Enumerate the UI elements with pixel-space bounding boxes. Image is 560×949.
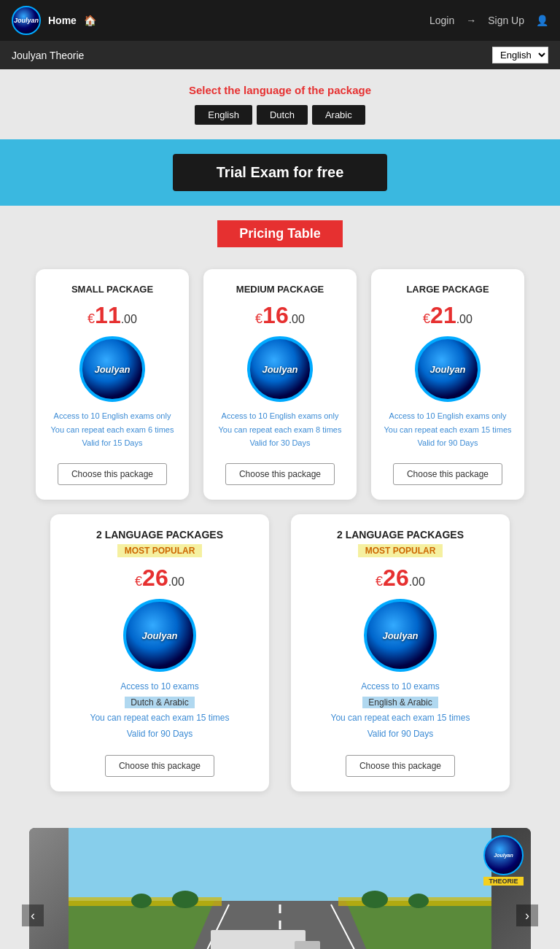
most-popular-1: MOST POPULAR <box>117 544 203 557</box>
small-package-features: Access to 10 English exams only You can … <box>47 409 177 450</box>
medium-price-euro: € <box>255 311 262 326</box>
road-scene-svg <box>29 828 531 949</box>
large-package-card: LARGE PACKAGE €21.00 Joulyan Access to 1… <box>371 269 524 500</box>
medium-package-button[interactable]: Choose this package <box>225 463 335 485</box>
packages-row: SMALL PACKAGE €11.00 Joulyan Access to 1… <box>0 255 560 514</box>
large-package-button[interactable]: Choose this package <box>393 463 502 485</box>
carousel-prev-button[interactable]: ‹ <box>22 905 44 926</box>
svg-point-20 <box>408 894 429 908</box>
top-navbar: Joulyan Home 🏠 Login → Sign Up 👤 <box>0 0 560 41</box>
svg-rect-9 <box>295 941 320 949</box>
lang-packages-row: 2 LANGUAGE PACKAGES MOST POPULAR €26.00 … <box>0 514 560 813</box>
nav-left: Joulyan Home 🏠 <box>12 6 96 35</box>
most-popular-2: MOST POPULAR <box>358 544 443 557</box>
trial-banner: Trial Exam for free <box>0 139 560 206</box>
lang-package-1-price: €26.00 <box>65 565 254 592</box>
svg-rect-0 <box>69 828 491 901</box>
lang-package-2-logo: Joulyan <box>364 599 437 672</box>
lang-highlight-2: English & Arabic <box>362 697 438 708</box>
pricing-header: Pricing Table <box>0 220 560 247</box>
large-package-price: €21.00 <box>383 302 513 329</box>
svg-point-17 <box>172 891 198 908</box>
medium-package-title: MEDIUM PACKAGE <box>215 284 345 295</box>
carousel-overlay: Joulyan THEORIE <box>483 835 524 886</box>
small-price-euro: € <box>88 311 95 326</box>
lang-package-1-button[interactable]: Choose this package <box>105 755 214 777</box>
medium-price-amount: 16 <box>262 302 289 328</box>
small-price-amount: 11 <box>95 302 121 328</box>
language-section: Select the language of the package Engli… <box>0 69 560 132</box>
small-package-card: SMALL PACKAGE €11.00 Joulyan Access to 1… <box>36 269 189 500</box>
signup-icon: 👤 <box>536 15 548 26</box>
carousel-next-button[interactable]: › <box>516 905 538 926</box>
language-buttons: English Dutch Arabic <box>0 105 560 125</box>
large-package-logo: Joulyan <box>415 336 481 402</box>
dutch-button[interactable]: Dutch <box>257 105 308 125</box>
large-price-amount: 21 <box>430 302 456 328</box>
language-dropdown[interactable]: English Dutch Arabic <box>492 47 548 63</box>
lang-package-2-price: €26.00 <box>306 565 495 592</box>
medium-package-price: €16.00 <box>215 302 345 329</box>
english-button[interactable]: English <box>195 105 252 125</box>
carousel-wrapper: ‹ <box>29 828 531 949</box>
arabic-button[interactable]: Arabic <box>312 105 365 125</box>
lang-highlight-1: Dutch & Arabic <box>125 697 194 708</box>
small-package-button[interactable]: Choose this package <box>58 463 167 485</box>
lang-package-1-logo: Joulyan <box>123 599 196 672</box>
login-icon: → <box>466 15 476 26</box>
carousel-section: ‹ <box>0 813 560 949</box>
medium-package-card: MEDIUM PACKAGE €16.00 Joulyan Access to … <box>203 269 357 500</box>
large-price-cents: .00 <box>456 313 472 325</box>
lang-package-2-title: 2 LANGUAGE PACKAGES <box>306 529 495 541</box>
small-price-cents: .00 <box>121 313 137 325</box>
small-package-price: €11.00 <box>47 302 177 329</box>
medium-package-features: Access to 10 English exams only You can … <box>215 409 345 450</box>
pricing-badge: Pricing Table <box>217 220 343 247</box>
home-link[interactable]: Home <box>48 15 77 26</box>
small-package-title: SMALL PACKAGE <box>47 284 177 295</box>
medium-package-logo: Joulyan <box>247 336 313 402</box>
home-icon: 🏠 <box>84 15 96 26</box>
carousel-logo: Joulyan <box>483 835 524 875</box>
signup-link[interactable]: Sign Up <box>488 15 524 26</box>
large-price-euro: € <box>423 311 430 326</box>
lang-package-2-card: 2 LANGUAGE PACKAGES MOST POPULAR €26.00 … <box>291 514 510 791</box>
large-package-title: LARGE PACKAGE <box>383 284 513 295</box>
lang-package-1-title: 2 LANGUAGE PACKAGES <box>65 529 254 541</box>
lang-package-2-button[interactable]: Choose this package <box>346 755 455 777</box>
small-package-logo: Joulyan <box>79 336 145 402</box>
lang-package-1-card: 2 LANGUAGE PACKAGES MOST POPULAR €26.00 … <box>50 514 269 791</box>
carousel-image: Joulyan THEORIE <box>29 828 531 949</box>
logo-icon: Joulyan <box>12 6 41 35</box>
login-link[interactable]: Login <box>429 15 454 26</box>
site-title: Joulyan Theorie <box>12 50 84 61</box>
carousel-container: Joulyan THEORIE <box>29 828 531 949</box>
language-label: Select the language of the package <box>0 84 560 96</box>
lang-package-2-features: Access to 10 exams English & Arabic You … <box>306 679 495 742</box>
nav-right: Login → Sign Up 👤 <box>429 15 548 26</box>
second-navbar: Joulyan Theorie English Dutch Arabic <box>0 41 560 69</box>
svg-point-19 <box>131 894 152 908</box>
medium-price-cents: .00 <box>289 313 305 325</box>
theorie-badge: THEORIE <box>483 877 524 886</box>
lang-package-1-features: Access to 10 exams Dutch & Arabic You ca… <box>65 679 254 742</box>
svg-point-18 <box>362 891 388 908</box>
trial-button[interactable]: Trial Exam for free <box>173 154 388 191</box>
svg-rect-8 <box>211 930 306 949</box>
large-package-features: Access to 10 English exams only You can … <box>383 409 513 450</box>
